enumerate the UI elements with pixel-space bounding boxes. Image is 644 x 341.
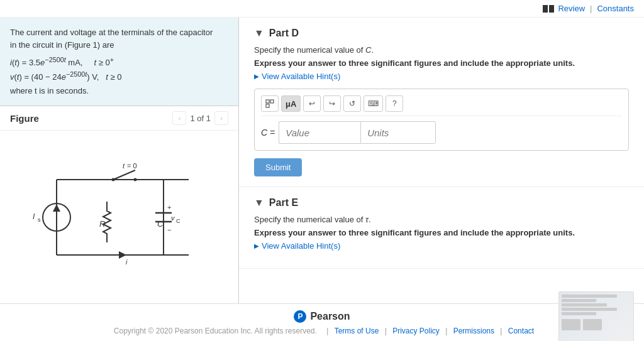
part-d-answer-box: μA ↩ ↪ ↺ ⌨ ? C =: [254, 89, 629, 151]
copyright-text: Copyright © 2020 Pearson Education Inc. …: [114, 327, 317, 335]
part-e-section: ▼ Part E Specify the numerical value of …: [239, 187, 644, 269]
thumbnail-preview: [558, 291, 634, 341]
thumb-line-1: [562, 295, 617, 298]
part-d-body: Specify the numerical value of C. Expres…: [254, 45, 629, 176]
figure-nav: ‹ 1 of 1 ›: [172, 111, 228, 125]
toolbar-redo-button[interactable]: ↪: [323, 95, 341, 112]
part-d-title: Part D: [269, 28, 299, 39]
problem-text: The current and voltage at the terminals…: [0, 18, 238, 106]
svg-rect-32: [270, 100, 274, 103]
part-e-instruction2: Express your answer to three significant…: [254, 228, 629, 237]
page-indicator: 1 of 1: [190, 114, 211, 123]
part-e-instruction1: Specify the numerical value of τ.: [254, 215, 629, 224]
privacy-link[interactable]: Privacy Policy: [392, 327, 440, 335]
top-bar: Review | Constants: [0, 0, 644, 18]
problem-line2: in the circuit in (Figure 1) are: [10, 39, 228, 51]
part-e-title: Part E: [269, 197, 298, 208]
part-d-header: ▼ Part D: [254, 28, 629, 39]
part-e-hint-arrow-icon: ▶: [254, 242, 259, 249]
review-link[interactable]: Review: [558, 4, 585, 13]
svg-text:C: C: [157, 219, 164, 229]
figure-next-button[interactable]: ›: [214, 111, 228, 125]
svg-line-7: [113, 170, 135, 180]
part-d-instruction1: Specify the numerical value of C.: [254, 45, 629, 55]
toolbar-keyboard-button[interactable]: ⌨: [364, 95, 383, 112]
part-e-arrow[interactable]: ▼: [254, 197, 264, 208]
footer-sep2: |: [385, 327, 389, 335]
toolbar-help-button[interactable]: ?: [386, 95, 403, 112]
footer-sep1: |: [326, 327, 330, 335]
topbar-separator: |: [590, 4, 592, 13]
part-e-hint-link[interactable]: ▶ View Available Hint(s): [254, 241, 629, 251]
input-row: C =: [261, 121, 622, 144]
part-e-header: ▼ Part E: [254, 197, 629, 208]
svg-text:s: s: [38, 217, 41, 223]
left-panel: The current and voltage at the terminals…: [0, 18, 239, 303]
terms-link[interactable]: Terms of Use: [335, 327, 379, 335]
grid-icon: [265, 99, 274, 108]
svg-text:v: v: [171, 214, 175, 222]
part-e-body: Specify the numerical value of τ. Expres…: [254, 215, 629, 251]
part-d-section: ▼ Part D Specify the numerical value of …: [239, 18, 644, 187]
footer: P Pearson Copyright © 2020 Pearson Educa…: [0, 303, 644, 341]
svg-text:= 0: = 0: [127, 162, 137, 170]
review-icon: [543, 5, 554, 13]
footer-sep4: |: [500, 327, 504, 335]
pearson-logo-text: Pearson: [310, 311, 350, 322]
equation2: v(t) = (40 − 24e−2500t) V, t ≥ 0: [10, 69, 228, 84]
equation1: i(t) = 3.5e−2500t mA, t ≥ 0+: [10, 55, 228, 69]
thumb-line-3: [562, 303, 607, 306]
svg-rect-31: [266, 100, 269, 103]
main-layout: The current and voltage at the terminals…: [0, 18, 644, 303]
figure-title: Figure: [10, 113, 39, 124]
svg-text:C: C: [176, 218, 180, 224]
svg-text:I: I: [33, 212, 35, 221]
toolbar-grid-button[interactable]: [261, 95, 279, 112]
toolbar-undo-button[interactable]: ↩: [303, 95, 321, 112]
c-label: C =: [261, 127, 275, 138]
svg-text:t: t: [123, 162, 125, 170]
thumb-box-1: [562, 319, 580, 330]
permissions-link[interactable]: Permissions: [453, 327, 494, 335]
part-d-toolbar: μA ↩ ↪ ↺ ⌨ ?: [261, 95, 622, 116]
top-bar-icons: Review | Constants: [543, 4, 634, 13]
hint-arrow-icon: ▶: [254, 73, 259, 80]
figure-prev-button[interactable]: ‹: [172, 111, 186, 125]
unit-display: μA: [286, 99, 296, 109]
part-d-hint-label: View Available Hint(s): [262, 72, 340, 81]
svg-text:−: −: [167, 226, 171, 234]
toolbar-unit-button[interactable]: μA: [281, 95, 301, 112]
circuit-diagram: I s t = 0 R C: [25, 161, 214, 274]
footer-logo: P Pearson: [0, 310, 644, 323]
thumb-line-2: [562, 299, 596, 302]
units-input[interactable]: [360, 121, 436, 144]
part-d-arrow[interactable]: ▼: [254, 28, 264, 39]
svg-text:i: i: [126, 258, 128, 266]
value-input[interactable]: [279, 121, 360, 144]
contact-link[interactable]: Contact: [508, 327, 534, 335]
part-e-hint-label: View Available Hint(s): [262, 241, 340, 251]
thumb-line-4: [562, 308, 617, 311]
figure-header: Figure ‹ 1 of 1 ›: [0, 106, 238, 131]
svg-text:+: +: [167, 203, 171, 211]
right-panel[interactable]: ▼ Part D Specify the numerical value of …: [239, 18, 644, 303]
part-d-instruction2: Express your answer to three significant…: [254, 58, 629, 68]
thumb-bottom: [562, 319, 631, 330]
problem-line1: The current and voltage at the terminals…: [10, 26, 228, 39]
equation3: where t is in seconds.: [10, 85, 228, 97]
footer-links: Copyright © 2020 Pearson Education Inc. …: [0, 327, 644, 335]
circuit-area: I s t = 0 R C: [0, 131, 238, 303]
toolbar-refresh-button[interactable]: ↺: [343, 95, 361, 112]
thumb-box-2: [583, 319, 602, 330]
submit-button[interactable]: Submit: [254, 158, 302, 176]
thumb-line-5: [562, 312, 596, 315]
pearson-logo-icon: P: [294, 310, 306, 323]
constants-link[interactable]: Constants: [597, 4, 634, 13]
part-d-hint-link[interactable]: ▶ View Available Hint(s): [254, 72, 629, 81]
footer-sep3: |: [445, 327, 449, 335]
svg-rect-33: [266, 104, 269, 107]
thumbnail-content: [559, 292, 633, 341]
